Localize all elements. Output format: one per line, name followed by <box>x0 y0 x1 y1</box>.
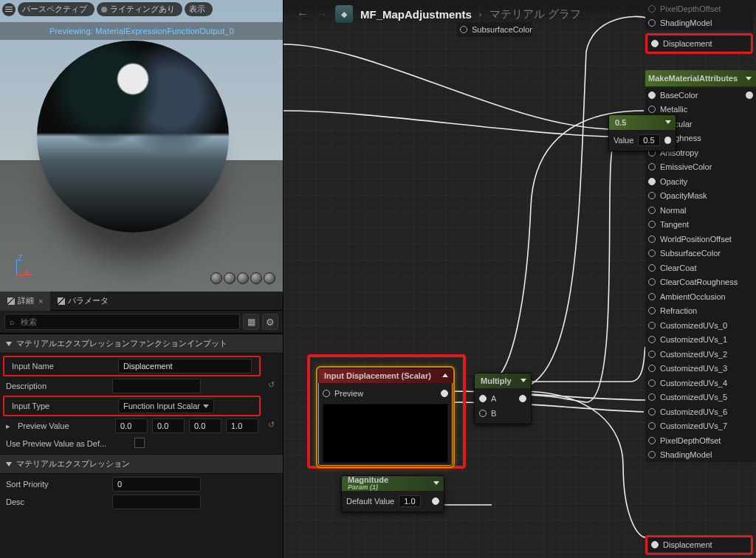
output-pin[interactable] <box>664 137 671 144</box>
shape-icon[interactable] <box>210 272 222 284</box>
node-constant[interactable]: 0.5 Value <box>608 114 676 151</box>
pin-opacity[interactable]: Opacity <box>645 174 756 189</box>
pin-shadingmodel[interactable]: ShadingModel <box>645 448 756 463</box>
desc-field[interactable] <box>112 495 201 509</box>
chevron-down-icon <box>203 404 209 408</box>
category-material-expression[interactable]: マテリアルエクスプレッション <box>0 454 283 474</box>
prop-input-name: Input Name <box>6 357 258 375</box>
pin-displacement-bottom[interactable]: Displacement <box>648 538 750 553</box>
property-matrix-button[interactable]: ▦ <box>243 314 259 330</box>
breadcrumb-asset[interactable]: MF_MapAdjustments <box>360 8 472 21</box>
pin-customizeduvs_1[interactable]: CustomizedUVs_1 <box>645 333 756 348</box>
const-value-field[interactable] <box>638 134 660 146</box>
output-pin[interactable] <box>519 395 526 402</box>
viewport-menu-button[interactable] <box>2 3 16 16</box>
node-header-makeattr[interactable]: MakeMaterialAttributes <box>645 70 756 86</box>
details-search[interactable]: ⌕ <box>4 314 240 330</box>
pin-label: CustomizedUVs_1 <box>660 335 727 344</box>
input-name-field[interactable] <box>118 359 252 373</box>
preview-sphere <box>37 41 229 232</box>
preview-y-field[interactable] <box>152 418 185 433</box>
chevron-up-icon[interactable] <box>665 120 671 124</box>
chevron-down-icon <box>6 462 12 466</box>
pin-subsurfacecolor[interactable]: SubsurfaceColor <box>645 247 756 261</box>
description-field[interactable] <box>112 379 201 393</box>
preview-x-field[interactable] <box>115 418 148 433</box>
close-icon[interactable]: × <box>38 297 43 306</box>
viewport-perspective-button[interactable]: パースペクティブ <box>18 2 94 16</box>
pin-label: Refraction <box>660 306 697 315</box>
preview-shape-selector[interactable] <box>210 272 275 284</box>
input-type-dropdown[interactable]: Function Input Scalar <box>118 399 214 413</box>
reset-icon[interactable]: ↺ <box>265 380 277 392</box>
default-value-field[interactable] <box>399 495 421 507</box>
shape-icon[interactable] <box>264 272 275 284</box>
prop-input-type-label: Input Type <box>12 402 115 410</box>
shape-icon[interactable] <box>224 272 236 284</box>
pin-normal[interactable]: Normal <box>645 203 756 218</box>
nav-back-button[interactable]: ← <box>297 7 309 21</box>
chevron-down-icon <box>6 342 12 346</box>
input-pin-a[interactable] <box>479 395 487 402</box>
details-search-input[interactable] <box>19 317 235 327</box>
pin-customizeduvs_5[interactable]: CustomizedUVs_5 <box>645 390 756 405</box>
node-magnitude[interactable]: Magnitude Param (1) Default Value <box>341 475 444 512</box>
expand-icon[interactable]: ▸ <box>6 421 15 431</box>
pin-opacitymask[interactable]: OpacityMask <box>645 189 756 204</box>
use-preview-checkbox[interactable] <box>134 438 145 448</box>
sort-priority-field[interactable] <box>112 477 201 492</box>
reset-icon[interactable]: ↺ <box>265 420 277 432</box>
output-pin[interactable] <box>441 390 448 397</box>
pin-clearcoat[interactable]: ClearCoat <box>645 261 756 275</box>
chevron-up-icon[interactable] <box>442 373 448 377</box>
shape-icon[interactable] <box>250 272 262 284</box>
pencil-icon <box>7 297 15 305</box>
output-pin[interactable] <box>746 92 753 99</box>
node-input-displacement[interactable]: Input Displacement (Scalar) Preview <box>317 368 453 466</box>
preview-w-field[interactable] <box>226 418 258 433</box>
preview-z-field[interactable] <box>189 418 221 433</box>
pin-displacement-top[interactable]: Displacement <box>648 36 750 51</box>
pin-dot-icon <box>648 235 656 243</box>
node-header-label: MakeMaterialAttributes <box>648 74 738 83</box>
pin-customizeduvs_0[interactable]: CustomizedUVs_0 <box>645 318 756 333</box>
tab-details[interactable]: 詳細 × <box>0 292 50 311</box>
pin-subsurface[interactable]: SubsurfaceColor <box>457 22 532 37</box>
pin-pixeldepth[interactable]: PixelDepthOffset <box>645 1 753 16</box>
chevron-up-icon[interactable] <box>433 481 439 485</box>
viewport-lighting-button[interactable]: ライティングあり <box>97 2 182 16</box>
pin-emissivecolor[interactable]: EmissiveColor <box>645 160 756 175</box>
nav-forward-button[interactable]: → <box>316 7 328 21</box>
pin-basecolor[interactable]: BaseColor <box>645 88 756 103</box>
pin-pixeldepthoffset[interactable]: PixelDepthOffset <box>645 433 756 448</box>
material-graph-canvas[interactable]: ← → ◆ MF_MapAdjustments › マテリアル グラフ Pixe… <box>284 0 756 558</box>
settings-button[interactable]: ⚙ <box>262 314 278 330</box>
output-pin[interactable] <box>432 497 439 505</box>
input-pin-b[interactable] <box>479 410 487 417</box>
node-constant-title: 0.5 <box>615 118 626 127</box>
chevron-right-icon: › <box>479 10 482 18</box>
pin-customizeduvs_3[interactable]: CustomizedUVs_3 <box>645 362 756 376</box>
pin-tangent[interactable]: Tangent <box>645 218 756 232</box>
material-preview-viewport[interactable]: パースペクティブ ライティングあり 表示 Previewing: Materia… <box>0 0 284 292</box>
pin-refraction[interactable]: Refraction <box>645 304 756 319</box>
pin-clearcoatroughness[interactable]: ClearCoatRoughness <box>645 275 756 290</box>
pin-customizeduvs_2[interactable]: CustomizedUVs_2 <box>645 347 756 362</box>
viewport-show-button[interactable]: 表示 <box>185 2 213 16</box>
pin-dot-icon <box>648 336 656 343</box>
pin-worldpositionoffset[interactable]: WorldPositionOffset <box>645 232 756 247</box>
node-multiply[interactable]: Multiply A B <box>474 373 532 424</box>
pin-customizeduvs_6[interactable]: CustomizedUVs_6 <box>645 404 756 419</box>
pin-ambientocclusion[interactable]: AmbientOcclusion <box>645 289 756 304</box>
pin-customizeduvs_4[interactable]: CustomizedUVs_4 <box>645 376 756 390</box>
input-pin[interactable] <box>323 390 330 397</box>
chevron-up-icon[interactable] <box>520 379 526 382</box>
shape-icon[interactable] <box>237 272 249 284</box>
search-icon: ⌕ <box>10 317 15 326</box>
tab-details-label: 詳細 <box>18 295 34 306</box>
pin-shadingmodel-top[interactable]: ShadingModel <box>645 16 753 31</box>
tab-parameters[interactable]: パラメータ <box>50 292 116 311</box>
category-function-input[interactable]: マテリアルエクスプレッションファンクションインプット <box>0 334 283 354</box>
pin-customizeduvs_7[interactable]: CustomizedUVs_7 <box>645 419 756 434</box>
pin-label: WorldPositionOffset <box>660 235 732 244</box>
